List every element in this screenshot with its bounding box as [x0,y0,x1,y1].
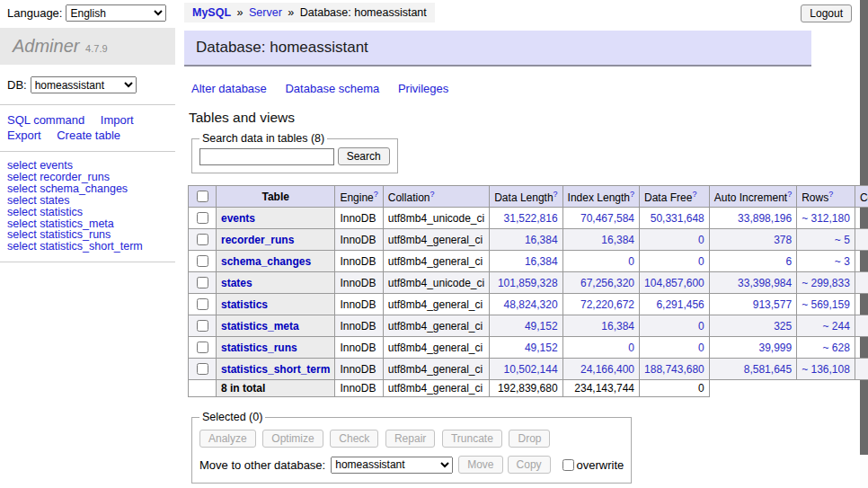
move-database-row: Move to other database: homeassistant Mo… [199,456,624,474]
help-icon[interactable]: ? [630,190,634,199]
table-link-statistics-short-term[interactable]: statistics_short_term [221,363,330,376]
overwrite-checkbox[interactable] [562,459,574,471]
sidebar-item-select-recorder-runs[interactable]: select recorder_runs [7,172,168,183]
move-button[interactable]: Move [458,456,502,474]
data-free-cell: 6,291,456 [640,294,710,315]
privileges-link[interactable]: Privileges [398,82,448,95]
table-name-cell: statistics_meta [217,315,335,337]
sidebar-item-select-states[interactable]: select states [7,195,168,207]
row-checkbox[interactable] [197,298,208,310]
table-name-cell: events [217,208,335,229]
sidebar-item-select-schema-changes[interactable]: select schema_changes [7,183,168,195]
row-checkbox[interactable] [197,363,208,375]
sidebar-link-create-table[interactable]: Create table [57,129,120,142]
overwrite-label: overwrite [577,458,624,472]
help-icon[interactable]: ? [374,190,378,199]
data-length-cell: 16,384 [490,229,562,251]
database-schema-link[interactable]: Database schema [285,82,379,95]
alter-database-link[interactable]: Alter database [191,82,267,95]
analyze-button[interactable]: Analyze [199,430,256,448]
search-button[interactable]: Search [338,147,390,165]
collation-cell: utf8mb4_general_ci [383,359,489,380]
table-link-states[interactable]: states [221,277,252,289]
table-name-cell: recorder_runs [217,229,335,251]
truncate-button[interactable]: Truncate [442,430,502,448]
check-button[interactable]: Check [330,430,378,448]
table-link-statistics-meta[interactable]: statistics_meta [221,320,299,333]
table-link-statistics[interactable]: statistics [221,298,268,311]
column-header-data-length: Data Length? [490,186,562,208]
sidebar-link-sql-command[interactable]: SQL command [7,113,84,127]
index-length-total-cell: 234,143,744 [562,380,639,397]
optimize-button[interactable]: Optimize [262,430,323,448]
data-length-cell: 48,824,320 [490,294,562,315]
row-checkbox[interactable] [197,320,208,332]
collation-cell: utf8mb4_unicode_ci [383,208,489,229]
table-link-recorder-runs[interactable]: recorder_runs [221,234,294,246]
table-row: events InnoDB utf8mb4_unicode_ci 31,522,… [189,208,868,229]
table-link-statistics-runs[interactable]: statistics_runs [221,342,297,354]
engine-cell: InnoDB [335,272,383,294]
move-database-select[interactable]: homeassistant [331,457,453,474]
comment-cell [855,294,868,315]
brand-block: Adminer 4.7.9 [0,28,175,65]
drop-button[interactable]: Drop [509,430,550,448]
sidebar: Language:English Adminer 4.7.9 DB:homeas… [0,0,175,262]
sidebar-item-select-events[interactable]: select events [7,160,168,172]
row-checkbox[interactable] [197,255,208,267]
select-all-cell [189,186,217,208]
row-checkbox[interactable] [197,234,208,245]
index-length-cell: 0 [562,337,639,359]
engine-cell: InnoDB [335,229,383,251]
data-length-cell: 49,152 [490,337,562,359]
select-all-checkbox[interactable] [197,191,208,202]
comment-cell [855,315,868,337]
index-length-cell: 70,467,584 [562,208,639,229]
help-icon[interactable]: ? [430,190,434,199]
column-header-index-length: Index Length? [562,186,639,208]
auto-increment-cell: 33,398,984 [709,272,796,294]
index-length-cell: 67,256,320 [562,272,639,294]
table-row: schema_changes InnoDB utf8mb4_general_ci… [189,251,868,272]
table-name-cell: statistics_short_term [217,359,335,380]
row-checkbox[interactable] [197,212,208,224]
table-total-row: 8 in total InnoDB utf8mb4_general_ci 192… [189,380,868,397]
sidebar-table-list: select events select recorder_runs selec… [0,152,175,262]
db-select[interactable]: homeassistant [31,76,137,93]
breadcrumb-mysql-link[interactable]: MySQL [192,6,231,19]
row-checkbox[interactable] [197,342,208,353]
data-free-cell: 0 [640,251,710,272]
collation-cell: utf8mb4_general_ci [383,294,489,315]
repair-button[interactable]: Repair [385,430,435,448]
breadcrumb-server-link[interactable]: Server [249,6,282,19]
copy-button[interactable]: Copy [508,456,551,474]
collation-cell: utf8mb4_unicode_ci [383,272,489,294]
search-input[interactable] [199,148,334,165]
table-link-events[interactable]: events [221,212,255,225]
data-length-total-cell: 192,839,680 [490,380,562,397]
index-length-cell: 16,384 [562,315,639,337]
help-icon[interactable]: ? [787,190,792,199]
help-icon[interactable]: ? [828,190,833,199]
row-checkbox[interactable] [197,277,208,288]
selected-fieldset: Selected (0) Analyze Optimize Check Repa… [191,411,632,484]
data-length-cell: 10,502,144 [490,359,562,380]
db-selector-section: DB:homeassistant [0,65,175,105]
sidebar-link-import[interactable]: Import [101,113,134,127]
sidebar-actions: SQL command Import Export Create table [0,105,175,152]
breadcrumb-separator: » [237,6,244,19]
rows-count-cell: ~ 3 [797,251,855,272]
sidebar-item-select-statistics-short-term[interactable]: select statistics_short_term [7,241,168,253]
sidebar-item-select-statistics[interactable]: select statistics [7,207,168,218]
help-icon[interactable]: ? [692,190,696,199]
help-icon[interactable]: ? [554,190,558,199]
table-name-cell: statistics [217,294,335,315]
rows-count-cell: ~ 312,180 [797,208,855,229]
auto-increment-cell: 33,898,196 [709,208,796,229]
sidebar-link-export[interactable]: Export [7,129,41,142]
table-link-schema-changes[interactable]: schema_changes [221,255,311,268]
language-select[interactable]: English [66,4,166,22]
table-row: statistics_meta InnoDB utf8mb4_general_c… [189,315,868,337]
collation-cell: utf8mb4_general_ci [383,251,489,272]
data-length-cell: 16,384 [490,251,562,272]
